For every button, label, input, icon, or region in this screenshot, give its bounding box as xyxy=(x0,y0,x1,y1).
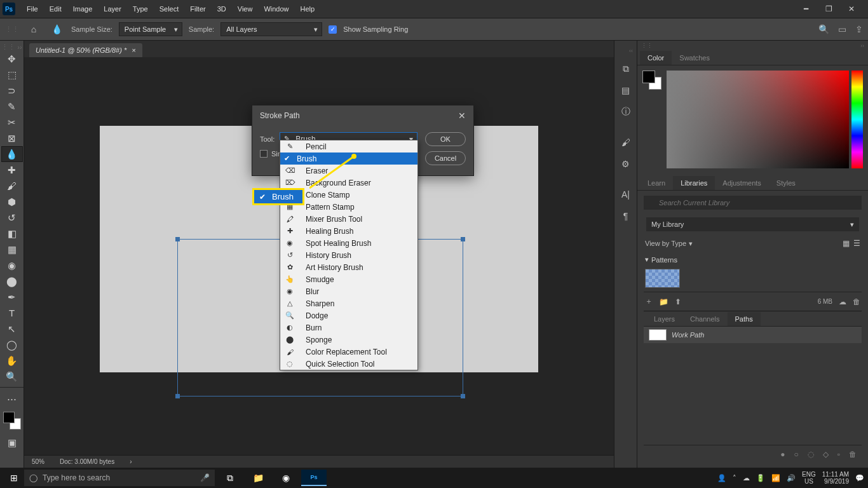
onedrive-icon[interactable]: ☁ xyxy=(743,474,750,482)
menu-3d[interactable]: 3D xyxy=(212,3,231,15)
healing-tool[interactable]: ✚ xyxy=(1,162,23,178)
eraser-tool[interactable]: ◧ xyxy=(1,226,23,241)
view-by-label[interactable]: View by Type xyxy=(645,240,686,247)
menu-image[interactable]: Image xyxy=(68,3,98,15)
doc-info[interactable]: Doc: 3.00M/0 bytes xyxy=(60,458,114,465)
properties-icon[interactable]: ▤ xyxy=(614,81,637,99)
task-view-icon[interactable]: ⧉ xyxy=(217,470,243,486)
restore-button[interactable]: ❐ xyxy=(821,4,836,13)
grid-view-icon[interactable]: ▦ xyxy=(843,239,850,248)
menu-edit[interactable]: Edit xyxy=(44,3,67,15)
chevron-down-icon[interactable]: ▾ xyxy=(645,255,649,264)
tool-option-history-brush[interactable]: ↺History Brush xyxy=(280,249,417,261)
minimize-button[interactable]: ━ xyxy=(798,4,813,13)
menu-select[interactable]: Select xyxy=(154,3,184,15)
shape-tool[interactable]: ◯ xyxy=(1,337,23,353)
pattern-thumbnail[interactable] xyxy=(645,269,680,288)
share-icon[interactable]: ⇪ xyxy=(855,24,863,34)
add-icon[interactable]: ＋ xyxy=(645,296,653,307)
dialog-close-icon[interactable]: ✕ xyxy=(458,111,466,121)
quick-mask[interactable]: ▣ xyxy=(1,435,23,451)
battery-icon[interactable]: 🔋 xyxy=(756,474,765,482)
clock[interactable]: 11:11 AM9/9/2019 xyxy=(822,471,849,485)
tab-libraries[interactable]: Libraries xyxy=(673,176,715,190)
tool-option-brush[interactable]: ✔Brush xyxy=(280,152,417,165)
trash-icon[interactable]: 🗑 xyxy=(853,297,860,306)
tool-option-blur[interactable]: ◉Blur xyxy=(280,285,417,297)
tool-option-burn[interactable]: ◐Burn xyxy=(280,322,417,334)
tool-option-pencil[interactable]: ✎Pencil xyxy=(280,140,417,152)
tool-option-spot-healing-brush[interactable]: ◉Spot Healing Brush xyxy=(280,237,417,249)
color-swatches[interactable] xyxy=(3,412,21,430)
history-brush-tool[interactable]: ↺ xyxy=(1,210,23,226)
simulate-pressure-checkbox[interactable] xyxy=(260,150,268,158)
workspace-icon[interactable]: ▭ xyxy=(838,24,846,34)
tool-option-color-replacement-tool[interactable]: 🖌Color Replacement Tool xyxy=(280,346,417,358)
quick-select-tool[interactable]: ✎ xyxy=(1,98,23,114)
tab-layers[interactable]: Layers xyxy=(646,312,682,326)
status-chevron-icon[interactable]: › xyxy=(130,458,132,465)
color-field[interactable] xyxy=(667,71,849,168)
brush-tool[interactable]: 🖌 xyxy=(1,178,23,194)
frame-tool[interactable]: ⊠ xyxy=(1,130,23,146)
tab-swatches[interactable]: Swatches xyxy=(672,51,717,65)
tab-channels[interactable]: Channels xyxy=(682,312,727,326)
menu-view[interactable]: View xyxy=(233,3,258,15)
taskbar-search[interactable]: ◯ Type here to search 🎤 xyxy=(24,470,215,486)
upload-icon[interactable]: ⬆ xyxy=(675,297,681,306)
fill-path-icon[interactable]: ● xyxy=(780,450,785,459)
tools-grip[interactable]: ⋮⋮ ›› xyxy=(0,44,24,50)
tool-option-art-history-brush[interactable]: ✿Art History Brush xyxy=(280,261,417,273)
tab-styles[interactable]: Styles xyxy=(769,176,803,190)
sample-dropdown[interactable]: All Layers xyxy=(220,22,322,36)
mask-icon[interactable]: ◇ xyxy=(823,450,829,459)
search-icon[interactable]: 🔍 xyxy=(818,24,829,34)
blur-tool[interactable]: ◉ xyxy=(1,257,23,273)
zoom-tool[interactable]: 🔍 xyxy=(1,369,23,384)
ok-button[interactable]: OK xyxy=(425,132,466,146)
work-path-row[interactable]: Work Path xyxy=(644,327,862,343)
close-button[interactable]: ✕ xyxy=(844,4,859,13)
eyedropper-tool[interactable]: 💧 xyxy=(1,146,23,162)
paragraph-icon[interactable]: ¶ xyxy=(614,207,637,225)
anchor-point[interactable] xyxy=(175,237,180,241)
path-select-tool[interactable]: ↖ xyxy=(1,321,23,337)
sample-size-dropdown[interactable]: Point Sample xyxy=(119,22,182,36)
lasso-tool[interactable]: ⊃ xyxy=(1,83,23,98)
new-path-icon[interactable]: ▫ xyxy=(837,450,840,459)
menu-help[interactable]: Help xyxy=(295,3,320,15)
explorer-icon[interactable]: 📁 xyxy=(245,470,271,486)
wifi-icon[interactable]: 📶 xyxy=(771,474,780,482)
hand-tool[interactable]: ✋ xyxy=(1,353,23,369)
home-icon[interactable]: ⌂ xyxy=(25,22,42,37)
mic-icon[interactable]: 🎤 xyxy=(200,473,210,482)
menu-type[interactable]: Type xyxy=(128,3,153,15)
people-icon[interactable]: 👤 xyxy=(717,474,726,482)
tab-color[interactable]: Color xyxy=(640,51,672,65)
character-icon[interactable]: A| xyxy=(614,186,637,203)
volume-icon[interactable]: 🔊 xyxy=(787,474,796,482)
crop-tool[interactable]: ✂ xyxy=(1,114,23,130)
gradient-tool[interactable]: ▦ xyxy=(1,241,23,257)
notifications-icon[interactable]: 💬 xyxy=(855,474,864,482)
info-icon[interactable]: ⓘ xyxy=(614,103,637,121)
move-tool[interactable]: ✥ xyxy=(1,51,23,67)
type-tool[interactable]: T xyxy=(1,305,23,321)
marquee-tool[interactable]: ⬚ xyxy=(1,67,23,83)
start-button[interactable]: ⊞ xyxy=(4,473,24,483)
tool-option-eraser[interactable]: ⌫Eraser xyxy=(280,165,417,177)
menu-layer[interactable]: Layer xyxy=(98,3,126,15)
stamp-tool[interactable]: ⬢ xyxy=(1,194,23,210)
selection-icon[interactable]: ◌ xyxy=(808,450,814,459)
list-view-icon[interactable]: ☰ xyxy=(853,239,860,248)
anchor-point[interactable] xyxy=(461,394,465,398)
hue-slider[interactable] xyxy=(851,71,863,168)
zoom-level[interactable]: 50% xyxy=(32,458,44,465)
tab-paths[interactable]: Paths xyxy=(728,312,761,326)
edit-toolbar[interactable]: ⋯ xyxy=(1,391,23,407)
handle-grip[interactable]: ⋮⋮ xyxy=(5,25,19,34)
tool-option-dodge[interactable]: 🔍Dodge xyxy=(280,309,417,322)
chrome-icon[interactable]: ◉ xyxy=(273,470,299,486)
dodge-tool[interactable]: ⬤ xyxy=(1,273,23,289)
tool-option-quick-selection-tool[interactable]: ◌Quick Selection Tool xyxy=(280,358,417,370)
